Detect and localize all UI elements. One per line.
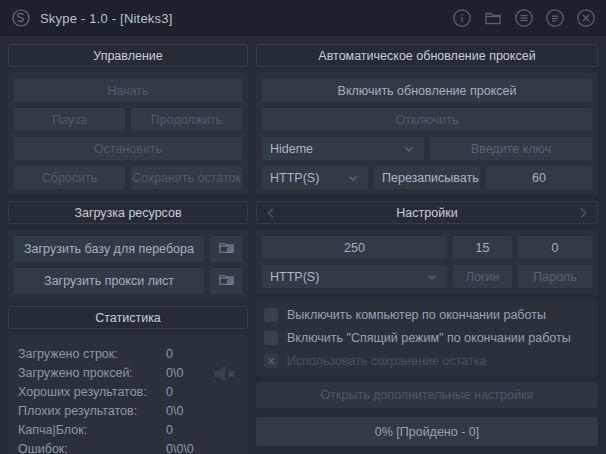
close-icon[interactable] <box>576 8 596 28</box>
pause-button[interactable]: Пауза <box>14 108 125 131</box>
save-rest-button[interactable]: Сохранить остаток <box>131 166 242 189</box>
stat-captcha-block: Капча|Блок: 0 <box>18 420 238 439</box>
skype-logo-icon <box>10 7 32 29</box>
progress-bar: 0% [Пройдено - 0] <box>256 417 598 446</box>
settings-header-label: Настройки <box>396 206 457 220</box>
left-panel: Управление Начать Пауза Продолжить Остан… <box>8 44 248 446</box>
save-rest-checkbox[interactable]: ✕ Использовать сохранение остатка <box>264 352 592 370</box>
disable-proxy-update-button[interactable]: Отключить <box>262 108 592 131</box>
window-title: Skype - 1.0 - [Niteks3] <box>40 11 444 26</box>
checkbox-box <box>264 308 278 322</box>
folder-add-icon <box>217 270 236 292</box>
checkbox-card: Выключить компьютер по окончании работы … <box>256 300 598 376</box>
resume-button[interactable]: Продолжить <box>131 108 242 131</box>
provider-select-value: Hideme <box>270 142 313 156</box>
stop-button[interactable]: Остановить <box>14 137 242 160</box>
password-input[interactable]: Пароль <box>518 265 592 288</box>
titlebar-buttons <box>452 8 596 28</box>
titlebar: Skype - 1.0 - [Niteks3] <box>0 0 606 36</box>
checkbox-checked-box: ✕ <box>264 354 278 368</box>
stat-label: Ошибок: <box>18 442 166 454</box>
load-proxy-folder-button[interactable] <box>210 268 242 294</box>
menu-lines-icon[interactable] <box>514 8 534 28</box>
stats-header: Статистика <box>8 306 248 329</box>
stat-label: Плохих результатов: <box>18 404 166 418</box>
folder-add-icon <box>217 238 236 260</box>
proxy-update-card: Включить обновление проксей Отключить Hi… <box>256 73 598 195</box>
checkbox-label: Включить "Спящий режим" по окончании раб… <box>287 331 571 345</box>
start-button[interactable]: Начать <box>14 79 242 102</box>
retries-input[interactable]: 0 <box>518 236 592 259</box>
checkbox-label: Использовать сохранение остатка <box>287 354 486 368</box>
reset-button[interactable]: Сбросить <box>14 166 125 189</box>
muted-speaker-icon[interactable] <box>206 357 240 391</box>
list-icon[interactable] <box>545 8 565 28</box>
checkbox-label: Выключить компьютер по окончании работы <box>287 308 546 322</box>
provider-select[interactable]: Hideme <box>262 137 424 160</box>
enable-proxy-update-button[interactable]: Включить обновление проксей <box>262 79 592 102</box>
rewrite-mode-value: Перезаписывать <box>382 171 479 185</box>
proxy-update-header: Автоматическое обновление проксей <box>256 44 598 67</box>
resources-card: Загрузить базу для перебора Загрузить пр… <box>8 230 248 300</box>
work-protocol-value: HTTP(S) <box>270 270 319 284</box>
timeout-input[interactable]: 15 <box>453 236 512 259</box>
chevron-down-icon <box>425 270 439 284</box>
stat-value: 0 <box>166 347 173 361</box>
stat-label: Капча|Блок: <box>18 423 166 437</box>
work-protocol-select[interactable]: HTTP(S) <box>262 265 447 288</box>
interval-input[interactable]: 60 <box>486 166 592 189</box>
stats-card: Загружено строк: 0 Загружено проксей: 0\… <box>8 335 248 454</box>
stat-bad-results: Плохих результатов: 0\0 <box>18 401 238 420</box>
shutdown-checkbox[interactable]: Выключить компьютер по окончании работы <box>264 306 592 324</box>
stat-label: Хороших результатов: <box>18 385 166 399</box>
info-icon[interactable] <box>452 8 472 28</box>
folder-icon[interactable] <box>483 8 503 28</box>
stat-value: 0 <box>166 423 173 437</box>
protocol-select-value: HTTP(S) <box>270 171 319 185</box>
checkbox-box <box>264 331 278 345</box>
settings-header: Настройки <box>256 201 598 224</box>
stat-good-results: Хороших результатов: 0 <box>18 382 238 401</box>
stat-label: Загружено проксей: <box>18 366 166 380</box>
stat-value: 0\0 <box>166 404 183 418</box>
stat-value: 0\0\0 <box>166 442 194 454</box>
api-key-input[interactable]: Введите ключ <box>430 137 592 160</box>
stat-value: 0\0 <box>166 366 183 380</box>
stat-loaded-proxies: Загружено проксей: 0\0 <box>18 363 238 382</box>
load-proxy-button[interactable]: Загрузить прокси лист <box>14 268 204 294</box>
management-card: Начать Пауза Продолжить Остановить Сброс… <box>8 73 248 195</box>
rewrite-mode-select[interactable]: Перезаписывать <box>374 166 480 189</box>
stat-label: Загружено строк: <box>18 347 166 361</box>
load-base-folder-button[interactable] <box>210 236 242 262</box>
threads-input[interactable]: 250 <box>262 236 447 259</box>
stat-loaded-lines: Загружено строк: 0 <box>18 344 238 363</box>
settings-card: 250 15 0 HTTP(S) Логин Пароль <box>256 230 598 294</box>
load-base-button[interactable]: Загрузить базу для перебора <box>14 236 204 262</box>
login-input[interactable]: Логин <box>453 265 512 288</box>
main-content: Управление Начать Пауза Продолжить Остан… <box>0 36 606 454</box>
protocol-select[interactable]: HTTP(S) <box>262 166 368 189</box>
chevron-right-icon[interactable] <box>575 205 591 221</box>
stat-value: 0 <box>166 385 173 399</box>
management-header: Управление <box>8 44 248 67</box>
chevron-down-icon <box>402 142 416 156</box>
stat-errors: Ошибок: 0\0\0 <box>18 439 238 454</box>
chevron-left-icon[interactable] <box>263 205 279 221</box>
right-panel: Автоматическое обновление проксей Включи… <box>256 44 598 446</box>
resources-header: Загрузка ресурсов <box>8 201 248 224</box>
chevron-down-icon <box>479 171 480 185</box>
sleep-mode-checkbox[interactable]: Включить "Спящий режим" по окончании раб… <box>264 329 592 347</box>
open-advanced-settings-button[interactable]: Открыть дополнительные настройки <box>256 382 598 408</box>
chevron-down-icon <box>346 171 360 185</box>
